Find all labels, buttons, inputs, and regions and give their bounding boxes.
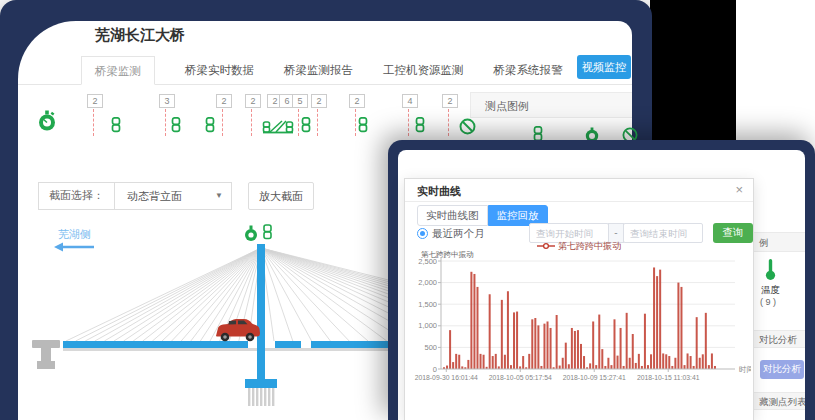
vibration-chart: 第七跨跨中振动 05001,0001,5002,0002,5002018-09-… — [405, 247, 751, 399]
tower-top-gauge-icon — [245, 226, 257, 242]
svg-text:2,000: 2,000 — [418, 278, 437, 287]
svg-text:1,000: 1,000 — [418, 321, 437, 330]
sensor-count-value: 2 — [311, 94, 327, 108]
tower-top-link-icon — [264, 225, 271, 239]
svg-text:2018-10-09 15:27:41: 2018-10-09 15:27:41 — [563, 374, 626, 381]
svg-text:1,500: 1,500 — [418, 300, 437, 309]
sensor-dash-line — [408, 109, 409, 136]
zoom-section-button[interactable]: 放大截面 — [248, 182, 314, 210]
sensor-dash-line — [222, 109, 223, 136]
svg-text:2018-10-05 05:17:54: 2018-10-05 05:17:54 — [489, 374, 552, 381]
bridge-tower — [257, 244, 265, 379]
video-monitor-button[interactable]: 视频监控 — [577, 55, 631, 79]
svg-text:500: 500 — [424, 343, 437, 352]
close-icon[interactable]: × — [735, 183, 743, 196]
main-tab-3[interactable]: 工控机资源监测 — [383, 56, 464, 85]
sensor-dash-line — [355, 109, 356, 136]
sensor-count-value: 3 — [159, 94, 175, 108]
left-pier — [32, 340, 60, 369]
sensor-dash-line — [317, 109, 318, 136]
svg-text:2018-10-15 11:03:41: 2018-10-15 11:03:41 — [637, 374, 700, 381]
tower-piles — [248, 388, 274, 406]
thermometer-icon[interactable] — [764, 258, 777, 285]
main-tab-4[interactable]: 桥梁系统报警 — [494, 56, 563, 85]
sensor-count-value: 2 — [216, 94, 232, 108]
desktop-black-area — [650, 0, 736, 143]
page-title: 芜湖长江大桥 — [95, 26, 185, 45]
main-tab-0[interactable]: 桥梁监测 — [81, 56, 155, 85]
sensor-dash-line — [251, 109, 252, 136]
sensor-dash-line — [298, 109, 299, 136]
temperature-count: ( 9 ) — [760, 297, 776, 307]
left-arrow-icon — [54, 243, 94, 252]
sensor-count-value: 2 — [442, 94, 458, 108]
compare-analysis-button[interactable]: 对比分析 — [760, 360, 804, 379]
main-tab-2[interactable]: 桥梁监测报告 — [284, 56, 353, 85]
section-select-value: 动态背立面 — [127, 184, 182, 208]
sensor-count-value: 5 — [292, 94, 308, 108]
sensor-dash-line — [448, 109, 449, 136]
svg-text:2018-09-30 16:01:44: 2018-09-30 16:01:44 — [415, 374, 478, 381]
dialog-title: 实时曲线 — [417, 184, 461, 199]
legend-panel-header: 测点图例 — [470, 92, 632, 118]
section-select[interactable]: 动态背立面 ▼ — [115, 183, 231, 209]
bridge-side-label: 芜湖侧 — [58, 228, 91, 240]
screenshot-canvas: 芜湖长江大桥 桥梁监测桥梁实时数据桥梁监测报告工控机资源监测桥梁系统报警 视频监… — [0, 0, 815, 420]
section-select-label: 截面选择： — [39, 183, 115, 209]
svg-text:时间: 时间 — [739, 365, 751, 374]
compare-section-header: 对比分析 — [754, 330, 805, 348]
realtime-curve-dialog: 实时曲线 × 实时曲线图监控回放 最近两个月 - 查询 第七跨跨中振动 第七跨跨… — [404, 178, 754, 420]
svg-text:0: 0 — [433, 365, 437, 374]
sensor-count-value: 2 — [349, 94, 365, 108]
chevron-down-icon: ▼ — [215, 184, 223, 208]
dialog-titlebar: 实时曲线 × — [405, 179, 753, 202]
sensor-dash-line — [93, 109, 94, 136]
bridge-deck — [63, 341, 248, 348]
sidebar-header-fragment: 例 — [754, 232, 805, 252]
section-select-group: 截面选择： 动态背立面 ▼ — [38, 182, 232, 210]
main-tab-1[interactable]: 桥梁实时数据 — [185, 56, 254, 85]
svg-text:2,500: 2,500 — [418, 257, 437, 266]
radio-recent-two-months[interactable] — [417, 228, 428, 239]
sensor-dash-line — [165, 109, 166, 136]
temperature-label: 温度 — [761, 284, 780, 297]
sensor-count-value: 2 — [87, 94, 103, 108]
car — [216, 319, 260, 341]
hide-point-list-toggle[interactable]: 藏测点列表 — [754, 392, 805, 410]
radio-label: 最近两个月 — [432, 227, 485, 241]
tower-pier-cap — [245, 379, 277, 388]
main-tab-bar: 桥梁监测桥梁实时数据桥梁监测报告工控机资源监测桥梁系统报警 — [81, 56, 563, 85]
sensor-count-value: 2 — [245, 94, 261, 108]
sensor-count-value: 4 — [402, 94, 418, 108]
